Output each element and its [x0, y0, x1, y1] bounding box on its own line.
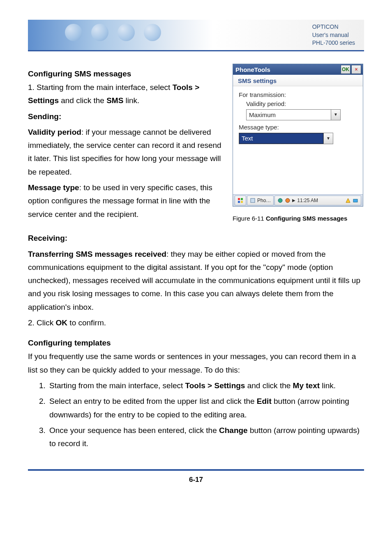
validity-period-text: Validity period: if your message cannot …: [28, 126, 223, 179]
page-footer: 6-17: [28, 469, 364, 484]
validity-value: Maximum: [246, 109, 331, 121]
tray-icon-2: [285, 198, 291, 203]
banner-text: OPTICON User's manual PHL-7000 series: [312, 23, 355, 47]
tray[interactable]: ▶ 11:25 AM: [274, 196, 361, 205]
app-icon: [250, 198, 256, 203]
panel-title: SMS settings: [233, 75, 363, 86]
start-button[interactable]: [235, 196, 246, 205]
banner-graphic: [65, 24, 161, 41]
close-button[interactable]: ×: [351, 65, 361, 74]
header-banner: OPTICON User's manual PHL-7000 series: [28, 20, 364, 51]
sending-label: Sending:: [28, 110, 223, 123]
heading-configuring-sms: Configuring SMS messages: [28, 69, 223, 78]
ok-button[interactable]: OK: [341, 65, 350, 74]
window-title: PhoneTools: [235, 66, 270, 73]
step-1-text: 1. Starting from the main interface, sel…: [28, 81, 223, 108]
heading-configuring-templates: Configuring templates: [28, 339, 364, 348]
tray-icon-3: [345, 198, 351, 203]
chevron-down-icon[interactable]: ▼: [331, 109, 341, 121]
message-type-value: Text: [239, 133, 324, 144]
receiving-label: Receiving:: [28, 232, 364, 245]
start-icon: [238, 198, 243, 203]
task-app-button[interactable]: Pho…: [247, 196, 274, 205]
template-step-2: Select an entry to be edited from the up…: [48, 395, 364, 421]
svg-rect-4: [251, 198, 255, 203]
banner-line-1: OPTICON: [312, 23, 355, 31]
clock-text: 11:25 AM: [297, 198, 318, 203]
template-step-1: Starting from the main interface, select…: [48, 379, 364, 392]
svg-point-6: [286, 198, 290, 203]
svg-rect-7: [353, 199, 357, 202]
step-2-text: 2. Click OK to confirm.: [28, 316, 364, 329]
validity-dropdown[interactable]: Maximum ▼: [246, 109, 341, 121]
taskbar: Pho… ▶ 11:25 AM: [233, 194, 363, 206]
for-transmission-label: For transmission:: [239, 90, 357, 99]
template-steps-list: Starting from the main interface, select…: [28, 379, 364, 450]
svg-rect-2: [238, 201, 240, 203]
svg-point-5: [278, 198, 282, 203]
svg-rect-1: [241, 198, 243, 200]
receiving-text: Transferring SMS messages received: they…: [28, 248, 364, 314]
templates-intro: If you frequently use the same words or …: [28, 350, 364, 377]
message-type-text: Message type: to be used in very specifi…: [28, 181, 223, 221]
figure-caption: Figure 6-11 Configuring SMS messages: [233, 213, 364, 224]
template-step-3: Once your sequence has been entered, cli…: [48, 424, 364, 451]
screenshot-sms-settings: PhoneTools OK × SMS settings For transmi…: [233, 64, 363, 207]
tray-icon-1: [277, 198, 283, 203]
page-number: 6-17: [189, 476, 203, 484]
chevron-down-icon[interactable]: ▼: [324, 133, 333, 144]
message-type-dropdown[interactable]: Text ▼: [239, 133, 333, 144]
banner-line-2: User's manual: [312, 31, 355, 39]
window-titlebar: PhoneTools OK ×: [233, 64, 363, 75]
banner-line-3: PHL-7000 series: [312, 39, 355, 47]
svg-rect-3: [241, 201, 243, 203]
tray-icon-4: [353, 198, 358, 203]
message-type-label: Message type:: [239, 123, 357, 132]
svg-rect-0: [238, 198, 240, 200]
validity-label: Validity period:: [246, 99, 357, 108]
